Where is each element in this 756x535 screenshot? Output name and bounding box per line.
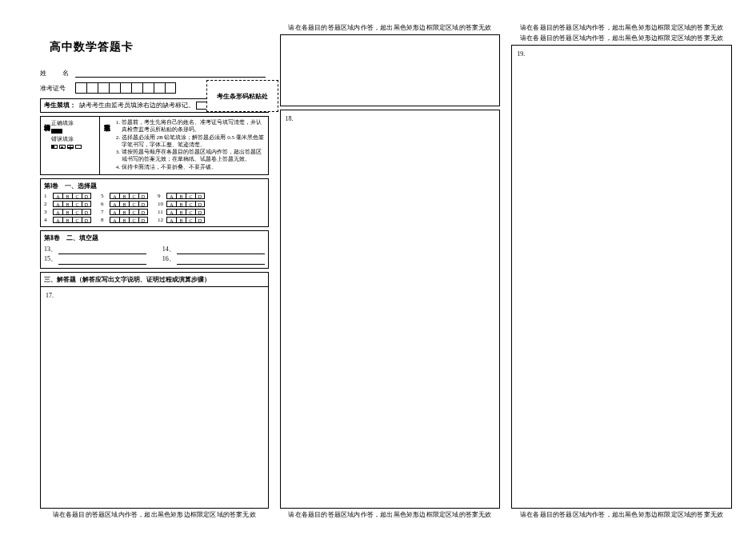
- instruction-item: 答题前，考生先将自己的姓名、准考证号填写清楚，并认真检查监考员所粘贴的条形码。: [122, 119, 266, 134]
- mc-option[interactable]: D: [82, 209, 91, 215]
- mc-option[interactable]: C: [186, 201, 195, 207]
- wrong-fill: 错误填涂: [51, 135, 98, 143]
- name-input-line[interactable]: [75, 70, 266, 78]
- answer-area-17[interactable]: 17.: [41, 287, 268, 508]
- mc-row[interactable]: 4ABCD: [44, 217, 91, 223]
- fill-line[interactable]: [58, 246, 146, 254]
- mc-option[interactable]: D: [195, 193, 205, 199]
- mc-option[interactable]: A: [53, 217, 62, 223]
- q19-number: 19.: [517, 50, 525, 58]
- mc-option[interactable]: C: [72, 209, 82, 215]
- mc-row[interactable]: 12ABCD: [158, 217, 205, 223]
- mc-option[interactable]: B: [62, 193, 72, 199]
- boundary-note-bottom: 请在各题目的答题区域内作答，超出黑色矩形边框限定区域的答案无效: [511, 511, 732, 519]
- answer-area-18[interactable]: 18.: [280, 110, 501, 509]
- mc-grid[interactable]: 1ABCD2ABCD3ABCD4ABCD5ABCD6ABCD7ABCD8ABCD…: [44, 193, 265, 223]
- mc-option[interactable]: A: [110, 193, 119, 199]
- fill-item[interactable]: 14、: [162, 245, 265, 255]
- instruction-item: 保持卡面清洁，不要折叠、不要弄破。: [122, 164, 266, 171]
- barcode-label: 考生条形码粘贴处: [217, 92, 268, 101]
- mc-row[interactable]: 10ABCD: [158, 201, 205, 207]
- mc-option[interactable]: A: [53, 209, 62, 215]
- mc-row[interactable]: 7ABCD: [101, 209, 148, 215]
- mc-option[interactable]: D: [138, 193, 148, 199]
- mc-option[interactable]: A: [53, 201, 62, 207]
- mc-row[interactable]: 8ABCD: [101, 217, 148, 223]
- mc-option[interactable]: B: [176, 193, 186, 199]
- mc-option[interactable]: B: [119, 217, 129, 223]
- exam-id-boxes[interactable]: [75, 82, 176, 94]
- mc-qnum: 4: [44, 217, 50, 223]
- mc-option[interactable]: A: [110, 217, 119, 223]
- mc-option[interactable]: C: [129, 217, 138, 223]
- mc-row[interactable]: 9ABCD: [158, 193, 205, 199]
- fill-example: 填涂样例 正确填涂 错误填涂: [40, 116, 99, 174]
- mc-option[interactable]: B: [62, 209, 72, 215]
- mc-option[interactable]: A: [110, 201, 119, 207]
- mc-option[interactable]: C: [186, 209, 195, 215]
- mc-option[interactable]: D: [138, 209, 148, 215]
- mc-option[interactable]: B: [176, 217, 186, 223]
- mc-row[interactable]: 3ABCD: [44, 209, 91, 215]
- mc-option[interactable]: B: [119, 209, 129, 215]
- mc-option[interactable]: D: [82, 193, 91, 199]
- mc-option[interactable]: D: [138, 201, 148, 207]
- mc-option[interactable]: A: [166, 217, 176, 223]
- answer-area-17-continued[interactable]: [280, 34, 501, 106]
- mc-option[interactable]: D: [195, 201, 205, 207]
- mc-option[interactable]: A: [166, 201, 176, 207]
- fill-item[interactable]: 16、: [162, 254, 265, 265]
- mc-option[interactable]: A: [166, 193, 176, 199]
- mc-option[interactable]: B: [119, 201, 129, 207]
- fill-label: 16、: [162, 254, 175, 265]
- mc-option[interactable]: D: [82, 201, 91, 207]
- mc-row[interactable]: 5ABCD: [101, 193, 148, 199]
- mc-qnum: 10: [158, 201, 164, 207]
- mc-row[interactable]: 1ABCD: [44, 193, 91, 199]
- boundary-note-top: 请在各题目的答题区域内作答，超出黑色矩形边框限定区域的答案无效: [511, 24, 732, 32]
- fill-item[interactable]: 15、: [44, 254, 146, 265]
- mc-option[interactable]: B: [62, 201, 72, 207]
- multiple-choice-panel: 第Ⅰ卷 一、选择题 1ABCD2ABCD3ABCD4ABCD5ABCD6ABCD…: [40, 178, 269, 227]
- mc-option[interactable]: D: [195, 209, 205, 215]
- answer-area-19[interactable]: 19.: [511, 45, 732, 509]
- fill-grid[interactable]: 13、14、15、16、: [44, 245, 265, 266]
- barcode-paste-area: 考生条形码粘贴处: [206, 80, 278, 112]
- mc-qnum: 2: [44, 201, 50, 207]
- mc-option[interactable]: D: [138, 217, 148, 223]
- mc-option[interactable]: A: [166, 209, 176, 215]
- mc-option[interactable]: C: [186, 193, 195, 199]
- mc-qnum: 3: [44, 209, 50, 215]
- mc-option[interactable]: C: [129, 201, 138, 207]
- mc-row[interactable]: 6ABCD: [101, 201, 148, 207]
- mc-option[interactable]: D: [82, 217, 91, 223]
- mc-option[interactable]: C: [72, 201, 82, 207]
- mc-option[interactable]: C: [186, 217, 195, 223]
- mc-qnum: 7: [101, 209, 107, 215]
- mc-row[interactable]: 11ABCD: [158, 209, 205, 215]
- fill-line[interactable]: [177, 257, 265, 265]
- mc-option[interactable]: A: [110, 209, 119, 215]
- name-row: 姓 名: [40, 69, 269, 78]
- mc-option[interactable]: B: [176, 209, 186, 215]
- mc-qnum: 6: [101, 201, 107, 207]
- mc-option[interactable]: C: [129, 209, 138, 215]
- fill-line[interactable]: [177, 246, 265, 254]
- instructions-list: 答题前，考生先将自己的姓名、准考证号填写清楚，并认真检查监考员所粘贴的条形码。 …: [112, 119, 266, 171]
- mc-option[interactable]: D: [195, 217, 205, 223]
- example-row: 填涂样例 正确填涂 错误填涂 注意事: [40, 116, 269, 174]
- mc-option[interactable]: A: [53, 193, 62, 199]
- mark-wrong-icons: [51, 145, 82, 149]
- mc-row[interactable]: 2ABCD: [44, 201, 91, 207]
- mc-option[interactable]: B: [62, 217, 72, 223]
- mc-option[interactable]: B: [176, 201, 186, 207]
- fill-item[interactable]: 13、: [44, 245, 146, 255]
- mc-option[interactable]: C: [129, 193, 138, 199]
- mc-option[interactable]: C: [72, 217, 82, 223]
- fill-example-title: 填涂样例: [42, 119, 50, 171]
- part3-heading: 三、解答题（解答应写出文字说明、证明过程或演算步骤）: [41, 273, 268, 287]
- mc-option[interactable]: C: [72, 193, 82, 199]
- mc-option[interactable]: B: [119, 193, 129, 199]
- part2-heading: 第Ⅱ卷 二、填空题: [44, 234, 265, 242]
- fill-line[interactable]: [58, 257, 146, 265]
